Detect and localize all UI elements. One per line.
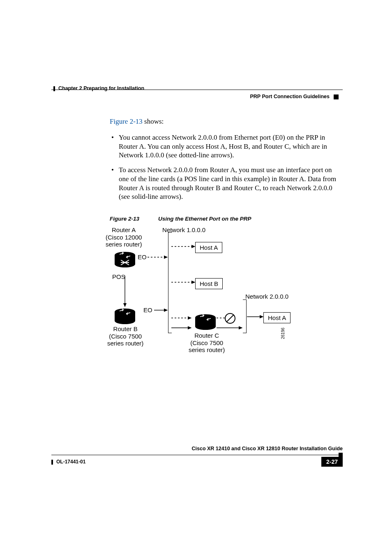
bullet-list: You cannot access Network 2.0.0.0 from E… — [110, 133, 343, 201]
figure-diagram: Router A (Cisco 12000 series router) Net… — [106, 226, 307, 358]
footer-guide-title: Cisco XR 12410 and Cisco XR 12810 Router… — [192, 446, 343, 451]
pos-label: POS — [112, 273, 125, 280]
svg-point-5 — [115, 309, 135, 315]
network2-bracket — [243, 299, 247, 333]
router-a-label: Router A (Cisco 12000 series router) — [106, 226, 142, 248]
chapter-title: Chapter 2 Preparing for Installation — [58, 85, 144, 91]
body-content: Figure 2-13 shows: You cannot access Net… — [110, 117, 343, 358]
figure-crossref-link[interactable]: Figure 2-13 — [110, 117, 143, 125]
host-a-box: Host A — [195, 242, 222, 253]
footer-rule — [51, 455, 343, 455]
bullet-item: To access Network 2.0.0.0 from Router A,… — [110, 166, 343, 201]
figure-title-text: Using the Ethernet Port on the PRP — [158, 216, 251, 222]
page-number: 2-27 — [321, 457, 343, 467]
running-header-right: PRP Port Connection Guidelines — [250, 94, 339, 99]
figure-number: Figure 2-13 — [110, 216, 139, 222]
footer-doc-number: OL-17441-01 — [51, 459, 85, 465]
host-b-box: Host B — [195, 278, 223, 289]
eo-label-2: EO — [143, 306, 152, 313]
router-c-label: Router C (Cisco 7500 series router) — [189, 332, 225, 353]
eo-label-1: EO — [138, 253, 147, 260]
router-b-label: Router B (Cisco 7500 series router) — [107, 325, 143, 347]
bullet-text: To access Network 2.0.0.0 from Router A,… — [119, 166, 336, 200]
intro-rest: shows: — [143, 117, 164, 125]
svg-point-8 — [195, 314, 216, 321]
intro-para: Figure 2-13 shows: — [110, 117, 343, 126]
figure-id: 26196 — [281, 328, 286, 339]
header-rule — [51, 90, 343, 90]
network-2-label: Network 2.0.0.0 — [245, 293, 288, 300]
running-header-left: Chapter 2 Preparing for Installation — [53, 85, 343, 91]
page-footer: Cisco XR 12410 and Cisco XR 12810 Router… — [51, 455, 343, 467]
figure-caption: Figure 2-13Using the Ethernet Port on th… — [110, 215, 343, 222]
network1-bracket — [168, 232, 172, 333]
bullet-text: You cannot access Network 2.0.0.0 from E… — [119, 134, 327, 159]
svg-point-2 — [115, 252, 135, 258]
bullet-item: You cannot access Network 2.0.0.0 from E… — [110, 133, 343, 160]
host-a2-box: Host A — [263, 312, 291, 323]
section-title: PRP Port Connection Guidelines — [250, 94, 330, 99]
